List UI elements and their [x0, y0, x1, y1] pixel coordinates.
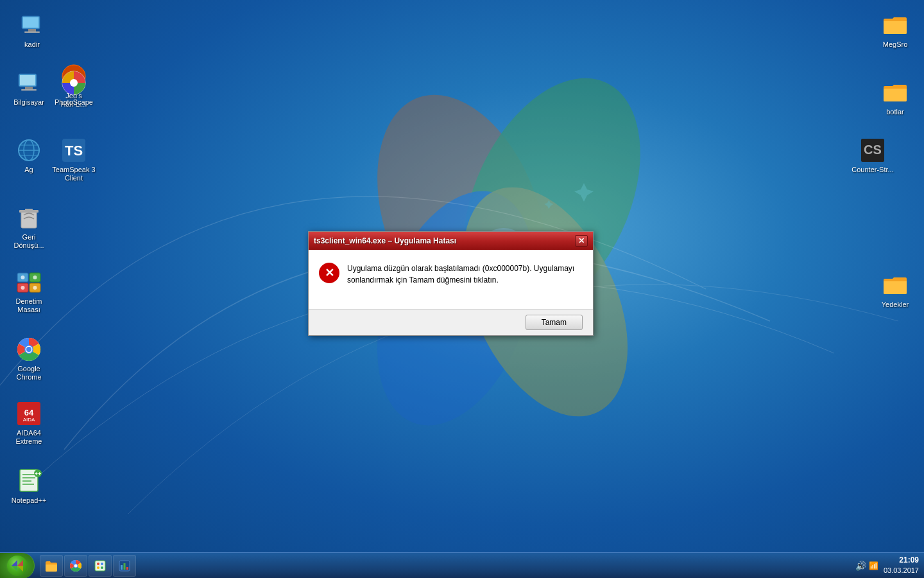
- svg-rect-29: [25, 209, 33, 211]
- icon-notepadpp-label: Notepad++: [12, 496, 46, 505]
- icon-yedekler-label: Yedekler: [882, 301, 909, 309]
- icon-chrome[interactable]: Google Chrome: [3, 334, 55, 384]
- dialog-message: Uygulama düzgün olarak başlatılamadı (0x…: [347, 263, 583, 286]
- svg-rect-10: [24, 31, 40, 33]
- yedekler-icon: [882, 272, 908, 298]
- taskbar-task-manager-icon[interactable]: [113, 555, 136, 577]
- desktop: kadir λ Jed's Half-Li... Bi: [0, 0, 924, 578]
- svg-point-34: [21, 276, 25, 279]
- icon-counter-strike-label: Counter-Str...: [851, 166, 893, 174]
- icon-bilgisayar[interactable]: Bilgisayar: [3, 67, 55, 109]
- svg-point-18: [70, 79, 78, 87]
- svg-point-24: [19, 140, 39, 161]
- svg-point-56: [74, 564, 78, 567]
- icon-bilgisayar-label: Bilgisayar: [13, 98, 44, 107]
- icon-aida64[interactable]: 64 AIDA AIDA64 Extreme: [3, 398, 55, 448]
- icon-notepadpp[interactable]: ++ Notepad++: [3, 466, 55, 507]
- svg-rect-14: [20, 75, 35, 85]
- svg-rect-63: [121, 565, 123, 570]
- icon-megsro-label: MegSro: [883, 40, 908, 49]
- svg-rect-27: [21, 211, 37, 228]
- dialog-body: ✕ Uygulama düzgün olarak başlatılamadı (…: [309, 250, 593, 309]
- taskbar: 🔊 📶 21:09 03.03.2017: [0, 552, 924, 578]
- error-dialog: ts3client_win64.exe – Uygulama Hatası ✕ …: [308, 231, 594, 336]
- taskbar-paint-icon[interactable]: [89, 555, 112, 577]
- icon-control-panel-label: Denetim Masası: [16, 297, 42, 314]
- icon-kadir[interactable]: kadir: [6, 10, 58, 51]
- taskbar-clock[interactable]: 21:09 03.03.2017: [884, 555, 919, 575]
- svg-rect-65: [126, 567, 128, 570]
- svg-point-36: [21, 286, 25, 290]
- svg-text:++: ++: [35, 471, 42, 477]
- dialog-content: ✕ Uygulama düzgün olarak başlatılamadı (…: [319, 263, 583, 286]
- icon-yedekler[interactable]: Yedekler: [869, 270, 921, 311]
- aida64-icon: 64 AIDA: [16, 401, 42, 426]
- svg-rect-9: [28, 29, 36, 31]
- icon-aida64-label: AIDA64 Extreme: [16, 429, 42, 446]
- megsro-icon: [882, 12, 908, 38]
- taskbar-chrome-icon[interactable]: [64, 555, 87, 577]
- icon-photoscape[interactable]: PhotoScape: [48, 67, 99, 109]
- svg-rect-57: [95, 561, 105, 571]
- svg-text:TS: TS: [65, 143, 83, 159]
- icon-botlar[interactable]: botlar: [869, 77, 921, 119]
- notepadpp-icon: ++: [16, 468, 42, 494]
- icon-control-panel[interactable]: Denetim Masası: [3, 267, 55, 317]
- dialog-close-button[interactable]: ✕: [575, 235, 588, 247]
- windows-orb-icon: [7, 556, 28, 576]
- icon-botlar-label: botlar: [886, 108, 904, 116]
- notification-area: 🔊 📶: [855, 561, 878, 571]
- svg-point-59: [101, 563, 103, 565]
- svg-point-41: [26, 347, 31, 352]
- chrome-icon: [16, 337, 42, 362]
- photoscape-icon: [61, 70, 87, 96]
- teamspeak-icon: TS: [61, 137, 87, 163]
- svg-point-37: [33, 286, 37, 290]
- recycle-icon: [16, 205, 42, 231]
- icon-teamspeak-label: TeamSpeak 3 Client: [52, 166, 95, 182]
- taskbar-system-tray: 🔊 📶 21:09 03.03.2017: [850, 555, 924, 575]
- kadir-icon: [19, 12, 45, 38]
- svg-text:AIDA: AIDA: [23, 417, 35, 423]
- icon-ag-label: Ag: [24, 166, 33, 174]
- svg-text:CS: CS: [864, 143, 882, 157]
- svg-rect-15: [25, 87, 33, 89]
- error-icon: ✕: [319, 263, 339, 283]
- ok-button[interactable]: Tamam: [526, 315, 583, 330]
- icon-kadir-label: kadir: [24, 40, 40, 49]
- dialog-titlebar[interactable]: ts3client_win64.exe – Uygulama Hatası ✕: [309, 232, 593, 250]
- icon-recycle-label: Geri Dönüşü...: [13, 233, 44, 250]
- svg-point-60: [97, 566, 99, 569]
- network-icon[interactable]: 📶: [869, 561, 878, 570]
- time-display: 21:09: [884, 555, 919, 566]
- date-display: 03.03.2017: [884, 566, 919, 575]
- control-panel-icon: [16, 269, 42, 295]
- icon-recycle[interactable]: Geri Dönüşü...: [3, 202, 55, 252]
- icon-photoscape-label: PhotoScape: [55, 98, 93, 107]
- icon-megsro[interactable]: MegSro: [869, 10, 921, 51]
- counter-strike-icon: CS: [860, 137, 886, 163]
- dialog-footer: Tamam: [309, 309, 593, 335]
- svg-rect-16: [21, 89, 37, 91]
- svg-rect-8: [23, 17, 38, 28]
- bilgisayar-icon: [16, 70, 42, 96]
- svg-point-58: [97, 563, 99, 565]
- svg-point-61: [101, 566, 103, 569]
- svg-point-35: [33, 276, 37, 279]
- icon-chrome-label: Google Chrome: [16, 365, 41, 381]
- taskbar-file-explorer[interactable]: [40, 555, 63, 577]
- dialog-title: ts3client_win64.exe – Uygulama Hatası: [314, 236, 456, 245]
- icon-teamspeak[interactable]: TS TeamSpeak 3 Client: [48, 135, 99, 185]
- taskbar-pinned-icons: [37, 555, 139, 577]
- icon-counter-strike[interactable]: CS Counter-Str...: [847, 135, 898, 177]
- ag-icon: [16, 137, 42, 163]
- icon-ag[interactable]: Ag: [3, 135, 55, 177]
- start-button[interactable]: [0, 553, 35, 579]
- svg-rect-64: [124, 563, 126, 570]
- volume-icon[interactable]: 🔊: [855, 561, 866, 571]
- botlar-icon: [882, 80, 908, 105]
